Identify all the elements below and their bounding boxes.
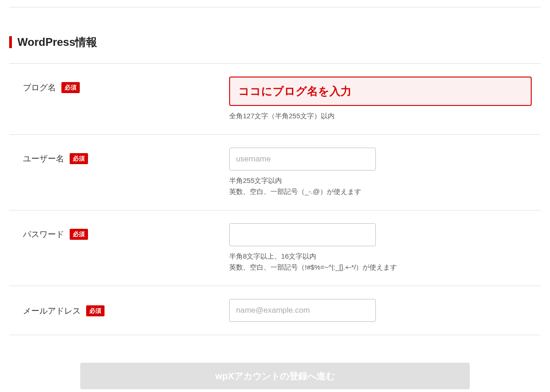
required-badge: 必須 <box>70 153 88 164</box>
submit-area: wpXアカウントの登録へ進む ！ 未入力の項目があります。 <box>9 363 541 392</box>
form-label-col: メールアドレス 必須 <box>9 299 229 316</box>
form-input-col: 半角255文字以内 英数、空白、一部記号（_-.@）が使えます <box>229 148 541 197</box>
blog-name-highlight-box[interactable]: ココにブログ名を入力 <box>229 77 532 106</box>
username-input[interactable] <box>229 148 376 171</box>
submit-button[interactable]: wpXアカウントの登録へ進む <box>80 363 470 389</box>
username-help: 半角255文字以内 英数、空白、一部記号（_-.@）が使えます <box>229 175 532 197</box>
required-badge: 必須 <box>86 305 104 316</box>
form-input-col: ココにブログ名を入力 全角127文字（半角255文字）以内 <box>229 77 541 121</box>
form-label-col: ユーザー名 必須 <box>9 148 229 164</box>
username-help-line1: 半角255文字以内 <box>229 175 532 186</box>
form-input-col <box>229 299 541 322</box>
form-row-password: パスワード 必須 半角8文字以上、16文字以内 英数、空白、一部記号（!#$%=… <box>9 210 541 286</box>
wordpress-info-form: ブログ名 必須 ココにブログ名を入力 全角127文字（半角255文字）以内 ユー… <box>9 63 541 335</box>
form-label-col: パスワード 必須 <box>9 223 229 240</box>
password-help-line1: 半角8文字以上、16文字以内 <box>229 251 532 262</box>
section-title: WordPress情報 <box>17 35 97 50</box>
form-row-username: ユーザー名 必須 半角255文字以内 英数、空白、一部記号（_-.@）が使えます <box>9 135 541 210</box>
username-label: ユーザー名 <box>23 153 64 164</box>
top-divider <box>9 7 541 7</box>
form-label-col: ブログ名 必須 <box>9 77 229 93</box>
password-label: パスワード <box>23 229 64 240</box>
form-row-email: メールアドレス 必須 <box>9 286 541 335</box>
section-header-accent-bar <box>9 36 12 48</box>
password-help-line2: 英数、空白、一部記号（!#$%=~^|:_[].+-*/）が使えます <box>229 262 532 273</box>
password-input[interactable] <box>229 223 376 246</box>
form-row-blog-name: ブログ名 必須 ココにブログ名を入力 全角127文字（半角255文字）以内 <box>9 64 541 135</box>
blog-name-help: 全角127文字（半角255文字）以内 <box>229 110 532 121</box>
form-input-col: 半角8文字以上、16文字以内 英数、空白、一部記号（!#$%=~^|:_[].+… <box>229 223 541 273</box>
email-input[interactable] <box>229 299 376 322</box>
section-header: WordPress情報 <box>9 35 541 50</box>
required-badge: 必須 <box>61 82 80 93</box>
email-label: メールアドレス <box>23 305 81 316</box>
username-help-line2: 英数、空白、一部記号（_-.@）が使えます <box>229 186 532 197</box>
required-badge: 必須 <box>70 229 88 240</box>
password-help: 半角8文字以上、16文字以内 英数、空白、一部記号（!#$%=~^|:_[].+… <box>229 251 532 273</box>
blog-name-label: ブログ名 <box>23 82 56 93</box>
